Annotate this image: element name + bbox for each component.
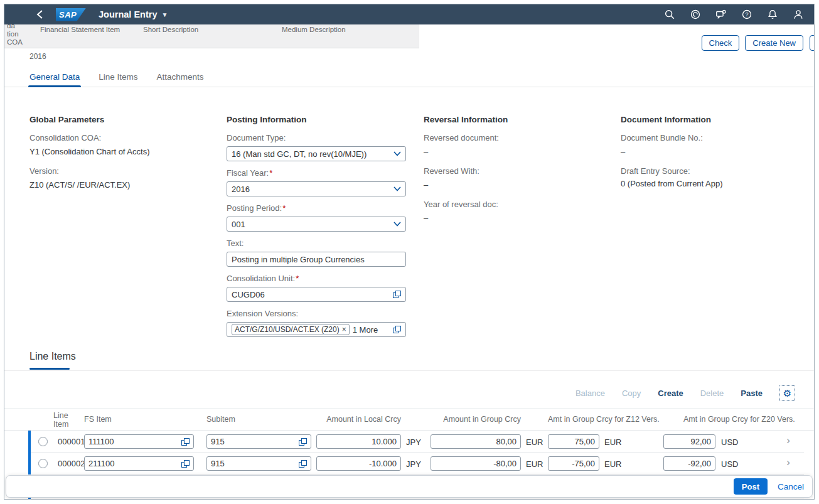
amount-local-cell [316, 434, 401, 449]
subitem-input[interactable] [211, 437, 295, 446]
amount-local-cell [316, 456, 401, 471]
text-input[interactable] [232, 255, 401, 264]
value-help-icon[interactable] [299, 460, 307, 468]
document-bundle-value: – [621, 147, 800, 156]
row-navigation-chevron-icon[interactable]: › [786, 434, 790, 447]
col-amount-local: Amount in Local Crcy [293, 415, 401, 424]
line-items-title-underline [29, 368, 70, 370]
year-of-reversal-label: Year of reversal doc: [424, 200, 603, 209]
value-help-icon[interactable] [181, 438, 190, 446]
section-global-parameters: Global Parameters Consolidation COA: Y1 … [29, 115, 209, 190]
version-label: Version: [29, 166, 209, 176]
search-icon[interactable] [663, 9, 675, 21]
tab-line-items[interactable]: Line Items [99, 67, 137, 87]
amount-local-input[interactable] [321, 459, 397, 468]
posting-period-select[interactable]: 001 [227, 217, 406, 232]
amount-z12-input[interactable] [552, 437, 595, 446]
profile-icon[interactable] [792, 9, 804, 21]
shell-icon-group: ? [663, 4, 804, 24]
z20-currency: USD [721, 459, 738, 469]
required-indicator: * [269, 168, 272, 178]
chevron-down-icon [393, 151, 401, 156]
consolidation-coa-value: Y1 (Consolidation Chart of Accts) [29, 147, 209, 156]
amount-group-input[interactable] [435, 459, 517, 468]
row-navigation-chevron-icon[interactable]: › [786, 456, 790, 469]
group-currency: EUR [526, 437, 543, 447]
table-row[interactable]: 000001 JPY EUR EUR USD › [28, 431, 804, 453]
row-selected-indicator [28, 498, 31, 500]
table-settings-button[interactable]: ⚙ [779, 385, 795, 401]
clipped-button-fragment[interactable] [810, 35, 815, 51]
z20-currency: USD [721, 437, 738, 447]
extension-version-token[interactable]: ACT/G/Z10/USD/ACT.EX (Z20) × [232, 324, 350, 335]
amount-local-input[interactable] [321, 437, 397, 446]
section-reversal-information: Reversal Information Reversed document: … [424, 115, 603, 223]
local-currency: JPY [406, 459, 421, 469]
subitem-cell [206, 434, 311, 449]
amount-z12-cell [548, 434, 599, 449]
create-button[interactable]: Create [658, 389, 683, 398]
check-button[interactable]: Check [702, 35, 740, 51]
extension-versions-label: Extension Versions: [227, 309, 406, 318]
row-radio-button[interactable] [38, 437, 48, 446]
feedback-icon[interactable] [715, 9, 727, 21]
section-title: Document Information [621, 115, 800, 125]
row-radio-button[interactable] [38, 459, 48, 468]
cancel-button[interactable]: Cancel [778, 482, 804, 491]
section-posting-information: Posting Information Document Type: 16 (M… [227, 115, 406, 337]
text-input-wrap [227, 252, 406, 267]
more-tokens-text[interactable]: 1 More [353, 325, 378, 335]
posting-period-label: Posting Period:* [227, 203, 406, 213]
delete-button[interactable]: Delete [700, 389, 724, 398]
settings-gear-icon: ⚙ [783, 389, 791, 398]
sap-logo[interactable]: SAP [56, 8, 86, 21]
value-help-icon[interactable] [181, 460, 190, 468]
app-title-menu[interactable]: Journal Entry ▼ [99, 9, 168, 19]
amount-group-input[interactable] [435, 437, 517, 446]
popup-cell-year: 2016 [29, 52, 46, 61]
help-icon[interactable]: ? [741, 9, 752, 21]
value-help-icon[interactable] [393, 291, 401, 298]
fs-item-input[interactable] [88, 437, 178, 446]
copy-button[interactable]: Copy [622, 389, 641, 398]
paste-button[interactable]: Paste [741, 389, 763, 398]
popup-col-fs-item: Financial Statement Item [40, 26, 120, 34]
post-button[interactable]: Post [734, 478, 768, 495]
fs-item-cell [84, 434, 194, 449]
table-row[interactable]: 000002 JPY EUR EUR USD › [28, 453, 804, 475]
app-window: SAP Journal Entry ▼ ? [4, 4, 815, 500]
consolidation-unit-input[interactable] [232, 290, 389, 299]
text-label: Text: [227, 239, 406, 248]
z12-currency: EUR [604, 459, 621, 469]
section-divider [4, 370, 814, 371]
popup-col-consolidation-coa: da tion COA [7, 24, 26, 46]
line-item-number: 000002 [58, 459, 85, 468]
chevron-down-icon [393, 186, 401, 191]
title-dropdown-icon: ▼ [161, 11, 168, 18]
amount-z20-input[interactable] [668, 437, 711, 446]
section-title: Reversal Information [424, 115, 603, 125]
document-type-select[interactable]: 16 (Man std GC, DT, no rev(10/MJE)) [227, 146, 406, 161]
notifications-icon[interactable] [766, 9, 778, 21]
line-items-section-title: Line Items [29, 351, 76, 362]
value-help-icon[interactable] [393, 326, 401, 333]
fiscal-year-select[interactable]: 2016 [227, 181, 406, 196]
tab-general-data[interactable]: General Data [29, 67, 80, 87]
create-new-button[interactable]: Create New [745, 35, 803, 51]
fs-item-input[interactable] [88, 459, 178, 468]
value-help-icon[interactable] [299, 438, 307, 446]
amount-z20-input[interactable] [668, 459, 711, 468]
anchor-tab-bar: General Data Line Items Attachments [4, 67, 814, 87]
subitem-input[interactable] [211, 459, 295, 468]
col-amount-z20: Amt in Group Crcy for Z20 Vers. [683, 415, 795, 424]
tab-attachments[interactable]: Attachments [157, 67, 204, 87]
line-items-toolbar: Balance Copy Create Delete Paste ⚙ [575, 385, 795, 401]
token-remove-icon[interactable]: × [342, 325, 346, 334]
copilot-icon[interactable] [689, 9, 701, 21]
reversed-with-value: – [424, 180, 603, 190]
section-title: Posting Information [227, 115, 406, 125]
section-document-information: Document Information Document Bundle No.… [621, 115, 800, 188]
amount-z12-input[interactable] [552, 459, 595, 468]
back-icon[interactable] [33, 8, 46, 21]
balance-button[interactable]: Balance [575, 389, 605, 398]
